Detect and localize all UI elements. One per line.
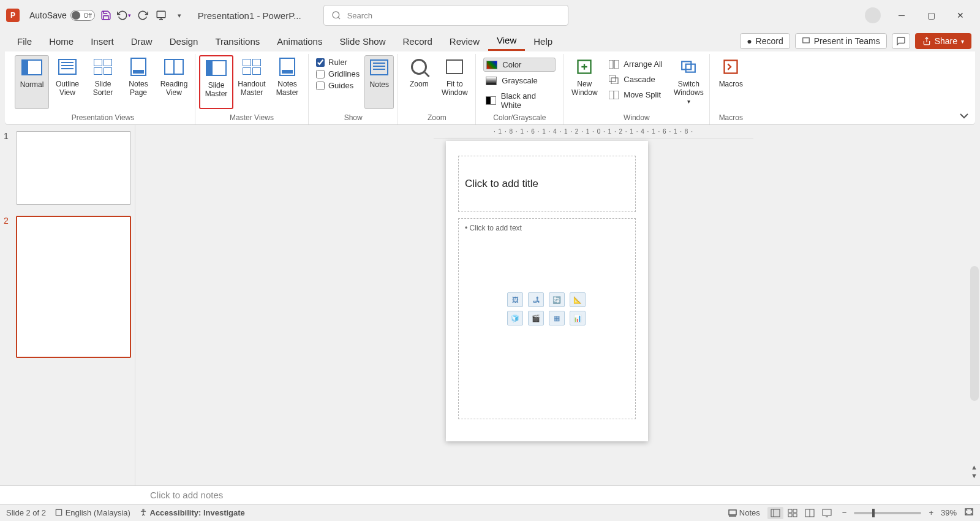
normal-view-icon[interactable] <box>767 507 783 519</box>
tab-help[interactable]: Help <box>525 32 561 50</box>
insert-3d-icon[interactable]: 🧊 <box>507 311 523 325</box>
cascade-button[interactable]: Cascade <box>606 73 666 86</box>
group-master-views: Slide Master Handout Master Notes Master… <box>195 54 309 124</box>
vertical-scrollbar[interactable] <box>970 266 979 401</box>
record-button[interactable]: ● Record <box>740 33 790 49</box>
title-bar: P AutoSave Off ▾ ▾ Presentation1 - Power… <box>0 0 980 31</box>
outline-view-button[interactable]: Outline View <box>50 55 85 109</box>
macros-button[interactable]: Macros <box>714 55 748 109</box>
sorter-view-icon[interactable] <box>785 507 801 519</box>
normal-view-button[interactable]: Normal <box>15 55 49 109</box>
tab-animations[interactable]: Animations <box>268 32 331 50</box>
share-button[interactable]: Share ▾ <box>915 33 971 49</box>
tab-insert[interactable]: Insert <box>82 32 123 50</box>
present-in-teams-button[interactable]: Present in Teams <box>795 33 887 49</box>
workspace: 1 2 · 1 · 8 · 1 · 6 · 1 · 4 · 1 · 2 · 1 … <box>0 125 980 485</box>
zoom-slider[interactable] <box>854 512 921 514</box>
zoom-percentage[interactable]: 39% <box>941 508 957 517</box>
move-split-button[interactable]: Move Split <box>606 88 666 101</box>
svg-rect-0 <box>157 11 165 18</box>
redo-icon[interactable] <box>135 8 150 23</box>
slide-canvas-area[interactable]: · 1 · 8 · 1 · 6 · 1 · 4 · 1 · 2 · 1 · 0 … <box>152 125 980 485</box>
save-icon[interactable] <box>99 8 113 23</box>
reading-view-icon[interactable] <box>802 507 818 519</box>
fit-to-window-icon[interactable] <box>964 508 974 518</box>
svg-rect-5 <box>802 38 809 43</box>
undo-icon[interactable]: ▾ <box>117 8 132 23</box>
slide-thumbnail-1[interactable] <box>16 131 131 205</box>
accessibility-indicator[interactable]: Accessibility: Investigate <box>139 508 245 517</box>
tab-design[interactable]: Design <box>161 32 207 50</box>
color-button[interactable]: Color <box>483 58 556 72</box>
insert-smartart-icon[interactable]: 📐 <box>570 292 586 307</box>
group-macros: Macros Macros <box>710 54 752 124</box>
tab-review[interactable]: Review <box>441 32 488 50</box>
slide-thumbnail-2[interactable] <box>16 216 131 358</box>
content-placeholder[interactable]: • Click to add text 🖼 🏞 🔄 📐 🧊 🎬 ▦ 📊 <box>458 218 636 419</box>
insert-chart-icon[interactable]: 📊 <box>570 311 586 325</box>
tab-file[interactable]: File <box>9 32 40 50</box>
black-and-white-button[interactable]: Black and White <box>483 89 556 112</box>
document-title: Presentation1 - PowerP... <box>198 10 301 21</box>
switch-windows-button[interactable]: Switch Windows ▾ <box>671 55 706 109</box>
tab-home[interactable]: Home <box>40 32 82 50</box>
guides-checkbox[interactable]: Guides <box>316 81 360 90</box>
slide-thumbnail-panel[interactable]: 1 2 <box>0 125 135 485</box>
zoom-out-button[interactable]: − <box>842 508 847 517</box>
language-indicator[interactable]: English (Malaysia) <box>55 508 130 517</box>
teams-icon <box>802 37 810 45</box>
search-input[interactable]: Search <box>323 5 568 26</box>
insert-picture-icon[interactable]: 🏞 <box>528 292 544 307</box>
arrange-all-button[interactable]: Arrange All <box>606 58 666 70</box>
handout-master-button[interactable]: Handout Master <box>235 55 269 109</box>
gridlines-checkbox[interactable]: Gridlines <box>316 69 360 78</box>
fit-to-window-button[interactable]: Fit to Window <box>437 55 472 109</box>
notes-pane[interactable]: Click to add notes <box>0 485 980 504</box>
tab-draw[interactable]: Draw <box>123 32 161 50</box>
grayscale-button[interactable]: Grayscale <box>483 74 556 87</box>
slide-sorter-button[interactable]: Slide Sorter <box>86 55 120 109</box>
insert-icon-icon[interactable]: 🔄 <box>549 292 565 307</box>
svg-rect-26 <box>793 509 797 512</box>
minimize-button[interactable]: ─ <box>893 7 910 24</box>
content-insert-icons: 🖼 🏞 🔄 📐 🧊 🎬 ▦ 📊 <box>507 292 587 325</box>
notes-master-button[interactable]: Notes Master <box>270 55 304 109</box>
insert-video-icon[interactable]: 🎬 <box>528 311 544 325</box>
previous-slide-button[interactable]: ▲ <box>971 463 978 471</box>
slide-indicator[interactable]: Slide 2 of 2 <box>6 508 46 517</box>
group-presentation-views: Normal Outline View Slide Sorter Notes P… <box>11 54 195 124</box>
notes-toggle[interactable]: Notes <box>728 508 760 517</box>
maximize-button[interactable]: ▢ <box>922 7 940 24</box>
zoom-button[interactable]: Zoom <box>402 55 436 109</box>
autosave-control[interactable]: AutoSave Off <box>29 10 95 21</box>
insert-stock-image-icon[interactable]: 🖼 <box>507 292 523 307</box>
comments-button[interactable] <box>892 33 910 49</box>
user-avatar[interactable] <box>865 7 881 23</box>
tab-record[interactable]: Record <box>394 32 440 50</box>
slideshow-view-icon[interactable] <box>819 507 835 519</box>
group-show: Ruler Gridlines Guides Notes Show <box>309 54 398 124</box>
notes-page-button[interactable]: Notes Page <box>121 55 156 109</box>
reading-view-button[interactable]: Reading View <box>157 55 191 109</box>
tab-slideshow[interactable]: Slide Show <box>331 32 394 50</box>
svg-rect-23 <box>771 509 780 517</box>
zoom-in-button[interactable]: + <box>929 508 933 517</box>
slide-master-button[interactable]: Slide Master <box>199 55 233 109</box>
thumbnail-row[interactable]: 1 <box>4 131 131 205</box>
thumbnail-row[interactable]: 2 <box>4 216 131 358</box>
ruler-checkbox[interactable]: Ruler <box>316 58 360 67</box>
new-window-button[interactable]: New Window <box>567 55 601 109</box>
insert-table-icon[interactable]: ▦ <box>549 311 565 325</box>
notes-button[interactable]: Notes <box>364 55 394 109</box>
ribbon-collapse-button[interactable] <box>959 112 969 121</box>
autosave-toggle[interactable]: Off <box>70 10 95 21</box>
qat-customize-icon[interactable]: ▾ <box>172 8 187 23</box>
tab-view[interactable]: View <box>488 31 525 51</box>
tab-transitions[interactable]: Transitions <box>206 32 268 50</box>
slide-canvas[interactable]: Click to add title • Click to add text 🖼… <box>446 141 648 441</box>
title-placeholder[interactable]: Click to add title <box>458 156 636 212</box>
switch-windows-icon <box>679 59 698 75</box>
from-beginning-icon[interactable] <box>154 8 168 23</box>
close-button[interactable]: ✕ <box>952 7 969 24</box>
next-slide-button[interactable]: ▼ <box>971 472 978 479</box>
